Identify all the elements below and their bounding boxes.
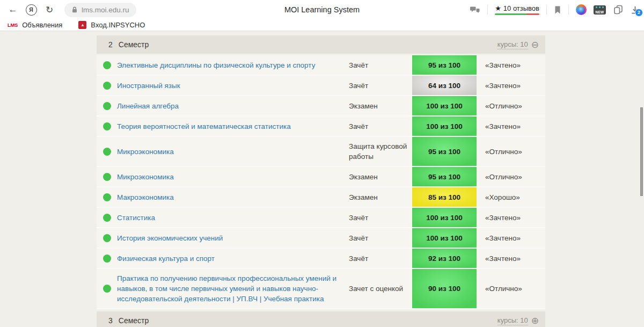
address-bar[interactable]: lms.moi.edu.ru <box>64 3 136 17</box>
score-badge: 85 из 100 <box>412 187 477 207</box>
expand-icon[interactable]: ⊕ <box>531 316 539 325</box>
new-widget-button[interactable]: NEW <box>594 5 606 14</box>
semester-number: 3 <box>108 316 113 325</box>
score-badge: 100 из 100 <box>412 117 477 136</box>
yandex-home-button[interactable]: Я <box>24 2 39 17</box>
collections-button[interactable] <box>613 4 624 15</box>
grade-text: «Отлично» <box>477 167 545 186</box>
extension-icon <box>576 4 587 15</box>
star-icon: ★ <box>495 4 501 12</box>
course-link[interactable]: Микроэкономика <box>117 172 174 182</box>
course-link[interactable]: Элективные дисциплины по физической куль… <box>117 60 315 70</box>
grade-text: «Зачтено» <box>477 228 545 248</box>
score-badge: 100 из 100 <box>412 228 477 248</box>
score-badge: 95 из 100 <box>412 55 477 75</box>
table-row: Теория вероятностей и математическая ста… <box>97 117 545 137</box>
course-cell: Практика по получению первичных професси… <box>117 269 349 308</box>
refresh-icon: ↻ <box>46 4 53 16</box>
bookmark-label: Объявления <box>22 21 62 29</box>
course-cell: Иностранный язык <box>117 76 349 95</box>
score-badge: 64 из 100 <box>412 76 477 95</box>
back-button[interactable]: ← <box>5 2 20 17</box>
table-row: Элективные дисциплины по физической куль… <box>97 55 545 76</box>
semester-number: 2 <box>108 40 113 49</box>
status-cell <box>97 269 117 308</box>
course-cell: Микроэкономика <box>117 167 349 186</box>
course-link[interactable]: Иностранный язык <box>117 81 180 91</box>
course-table-body: Элективные дисциплины по физической куль… <box>97 55 545 309</box>
status-dot-icon <box>103 285 111 293</box>
status-dot-icon <box>103 61 111 69</box>
bookmark-button[interactable] <box>554 5 561 14</box>
collapse-icon[interactable]: ⊖ <box>531 40 539 49</box>
extension-button[interactable] <box>576 4 587 15</box>
rating-negative-segment <box>526 13 539 15</box>
assessment-type: Экзамен <box>349 167 412 186</box>
downloads-button[interactable]: 2 <box>631 5 640 14</box>
assessment-type: Зачёт <box>349 55 412 75</box>
assessment-type: Зачёт <box>349 249 412 268</box>
status-cell <box>97 208 117 227</box>
bookmark-item-announcements[interactable]: LMS Объявления <box>8 21 62 29</box>
collections-icon <box>613 4 624 15</box>
table-row: Физическая культура и спорт Зачёт 92 из … <box>97 249 545 269</box>
status-dot-icon <box>103 173 111 181</box>
semester-3-header[interactable]: 3 Семестр курсы: 10 ⊕ <box>97 311 545 327</box>
table-row: Иностранный язык Зачёт 64 из 100 «Зачтен… <box>97 76 545 96</box>
course-link[interactable]: Микроэкономика <box>117 147 174 157</box>
new-badge: NEW <box>595 10 604 14</box>
grade-text: «Зачтено» <box>477 76 545 95</box>
course-link[interactable]: Практика по получению первичных професси… <box>117 273 342 304</box>
course-cell: История экономических учений <box>117 228 349 248</box>
scrollbar-thumb[interactable] <box>640 107 643 196</box>
status-cell <box>97 76 117 95</box>
chat-button[interactable] <box>470 5 480 14</box>
status-dot-icon <box>103 102 111 110</box>
table-row: Линейная алгебра Экзамен 100 из 100 «Отл… <box>97 96 545 117</box>
grade-text: «Зачтено» <box>477 208 545 227</box>
course-cell: Статистика <box>117 208 349 227</box>
table-row: История экономических учений Зачёт 100 и… <box>97 228 545 249</box>
course-link[interactable]: Макроэкономика <box>117 192 174 202</box>
courses-count-link[interactable]: курсы: 10 <box>497 316 528 325</box>
semester-label: Семестр <box>119 40 149 49</box>
status-cell <box>97 228 117 248</box>
toolbar-divider <box>546 5 547 14</box>
toolbar-divider <box>568 5 569 14</box>
reviews-widget[interactable]: ★ 10 отзывов <box>495 4 539 15</box>
status-cell <box>97 137 117 166</box>
rating-bar <box>495 13 539 15</box>
grade-text: «Зачтено» <box>477 249 545 268</box>
lock-icon <box>71 6 78 13</box>
new-widget-icon: NEW <box>594 5 606 14</box>
url-text: lms.moi.edu.ru <box>82 6 129 14</box>
table-row: Макроэкономика Экзамен 85 из 100 «Хорошо… <box>97 187 545 208</box>
status-dot-icon <box>103 193 111 201</box>
toolbar-divider <box>487 5 488 14</box>
semester-label: Семестр <box>119 316 149 325</box>
assessment-type: Зачёт <box>349 228 412 248</box>
score-badge: 90 из 100 <box>412 269 477 308</box>
grade-text: «Хорошо» <box>477 187 545 207</box>
course-cell: Теория вероятностей и математическая ста… <box>117 117 349 136</box>
grade-text: «Отлично» <box>477 96 545 115</box>
course-link[interactable]: Статистика <box>117 213 155 223</box>
status-cell <box>97 96 117 115</box>
status-cell <box>97 249 117 268</box>
status-dot-icon <box>103 122 111 130</box>
bookmark-item-inpsycho[interactable]: ▲ Вход.INPSYCHO <box>78 21 145 29</box>
course-cell: Физическая культура и спорт <box>117 249 349 268</box>
refresh-button[interactable]: ↻ <box>42 2 57 17</box>
course-link[interactable]: Теория вероятностей и математическая ста… <box>117 121 291 132</box>
course-link[interactable]: История экономических учений <box>117 233 223 243</box>
course-link[interactable]: Физическая культура и спорт <box>117 253 215 264</box>
course-link[interactable]: Линейная алгебра <box>117 101 179 111</box>
score-badge: 95 из 100 <box>412 137 477 166</box>
assessment-type: Зачёт <box>349 117 412 136</box>
score-badge: 100 из 100 <box>412 96 477 115</box>
semester-2-header[interactable]: 2 Семестр курсы: 10 ⊖ <box>97 35 545 54</box>
table-row: Практика по получению первичных професси… <box>97 269 545 309</box>
assessment-type: Экзамен <box>349 96 412 115</box>
assessment-type: Экзамен <box>349 187 412 207</box>
courses-count-link[interactable]: курсы: 10 <box>497 40 528 49</box>
